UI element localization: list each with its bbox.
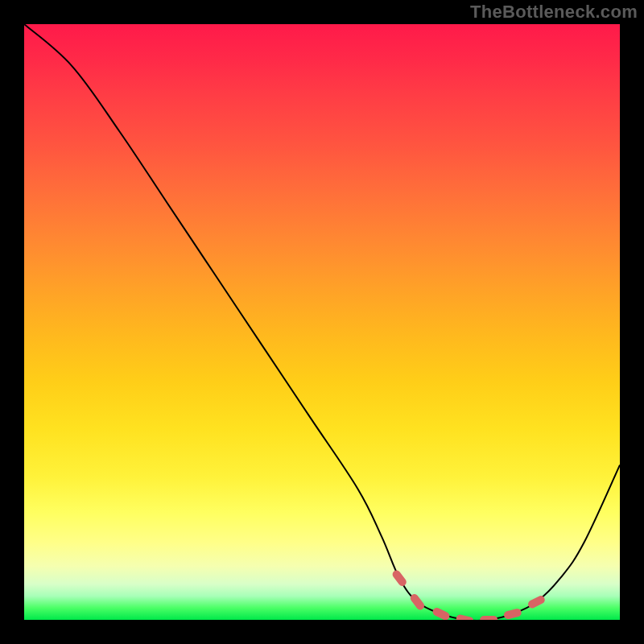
marker-point — [480, 616, 497, 620]
marker-group — [391, 568, 547, 620]
marker-point — [391, 568, 408, 588]
marker-point — [456, 613, 475, 620]
marker-point — [503, 608, 522, 620]
chart-svg — [24, 24, 620, 620]
marker-point — [526, 594, 546, 609]
watermark-text: TheBottleneck.com — [470, 2, 638, 23]
chart-container: TheBottleneck.com — [0, 0, 644, 644]
marker-point — [431, 606, 451, 620]
plot-area — [24, 24, 620, 620]
bottleneck-curve — [24, 24, 620, 620]
